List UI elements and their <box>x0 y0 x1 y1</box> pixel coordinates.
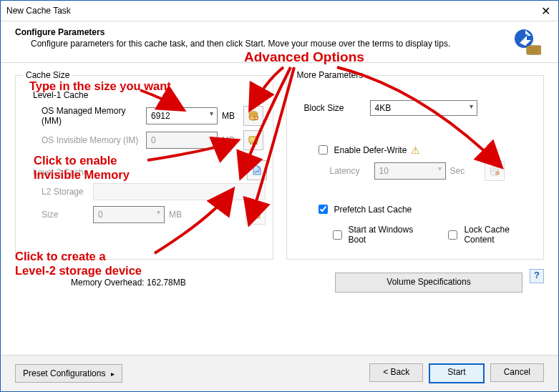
im-enable-button[interactable] <box>243 130 263 150</box>
mm-input[interactable] <box>146 107 218 124</box>
svg-point-17 <box>256 215 261 219</box>
page-title: Configure Parameters <box>15 27 450 37</box>
header: Configure Parameters Configure parameter… <box>1 21 558 63</box>
svg-point-21 <box>495 171 500 175</box>
start-button[interactable]: Start <box>429 363 484 383</box>
warning-icon: ⚠ <box>411 144 420 156</box>
cache-size-legend: Cache Size <box>23 70 72 80</box>
start-boot-checkbox[interactable] <box>333 230 342 240</box>
block-size-label: Block Size <box>304 103 366 113</box>
svg-rect-13 <box>256 143 258 144</box>
titlebar: New Cache Task ✕ <box>1 1 558 21</box>
chevron-right-icon: ▸ <box>111 370 115 378</box>
level2-title: Level-2 Cache <box>33 167 266 177</box>
lock-cache-checkbox[interactable] <box>448 230 457 240</box>
svg-rect-9 <box>249 137 258 142</box>
l2-storage-select <box>93 183 266 200</box>
im-unit: MB <box>222 135 235 145</box>
latency-unit: Sec <box>450 166 465 176</box>
l2-create-button[interactable] <box>247 160 267 180</box>
im-label: OS Invisible Memory (IM) <box>42 135 142 145</box>
more-parameters-group: More Parameters Block Size 4KB Enable De… <box>286 70 545 260</box>
latency-advanced-button[interactable] <box>485 161 505 181</box>
latency-label: Latency <box>330 166 370 176</box>
footer: Preset Configurations ▸ < Back Start Can… <box>1 355 558 391</box>
defer-write-checkbox[interactable] <box>319 145 328 155</box>
l2-storage-label: L2 Storage <box>42 187 89 197</box>
im-input <box>146 132 218 149</box>
back-button[interactable]: < Back <box>369 363 423 382</box>
l2-size-input <box>93 206 165 223</box>
l2-size-unit: MB <box>169 210 182 220</box>
prefetch-label: Prefetch Last Cache <box>334 205 412 215</box>
mm-unit: MB <box>222 111 235 121</box>
prefetch-checkbox[interactable] <box>319 205 328 214</box>
mm-advanced-button[interactable] <box>243 106 263 126</box>
l2-advanced-button[interactable] <box>246 205 266 225</box>
window-title: New Cache Task <box>6 6 71 16</box>
help-icon[interactable]: ? <box>530 269 544 283</box>
mm-label: OS Managed Memory (MM) <box>42 106 142 126</box>
memory-overhead-text: Memory Overhead: 162.78MB <box>71 278 186 288</box>
svg-rect-10 <box>250 143 251 144</box>
l2-size-label: Size <box>42 210 89 220</box>
more-legend: More Parameters <box>294 70 366 80</box>
block-size-select[interactable]: 4KB <box>370 100 477 116</box>
start-boot-label: Start at Windows Boot <box>349 225 427 245</box>
lock-cache-label: Lock Cache Content <box>464 225 536 245</box>
dialog-window: New Cache Task ✕ Configure Parameters Co… <box>0 0 559 392</box>
close-icon[interactable]: ✕ <box>538 4 553 18</box>
page-subtitle: Configure parameters for this cache task… <box>31 39 450 49</box>
defer-write-label: Enable Defer-Write <box>334 145 407 155</box>
cancel-button[interactable]: Cancel <box>490 363 544 382</box>
svg-rect-11 <box>252 143 253 144</box>
level1-title: Level-1 Cache <box>33 90 266 100</box>
volume-specifications-button[interactable]: Volume Specifications <box>335 273 522 293</box>
preset-configurations-button[interactable]: Preset Configurations ▸ <box>15 364 122 383</box>
cache-size-group: Cache Size Level-1 Cache OS Managed Memo… <box>15 70 273 260</box>
latency-input <box>374 162 446 180</box>
svg-rect-12 <box>254 143 256 144</box>
header-logo-icon <box>512 27 544 58</box>
